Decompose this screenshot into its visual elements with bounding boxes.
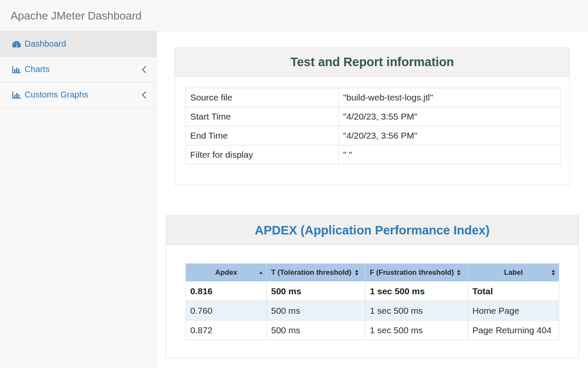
chevron-left-icon — [141, 91, 146, 99]
column-label: Label — [504, 268, 523, 276]
dashboard-gauge-icon — [12, 40, 21, 48]
info-label: Filter for display — [186, 145, 339, 165]
top-navbar: Apache JMeter Dashboard — [0, 0, 588, 31]
apdex-cell: 500 ms — [267, 282, 366, 301]
apdex-cell: 500 ms — [267, 301, 366, 321]
info-label: Source file — [186, 88, 339, 107]
apdex-panel-title: APDEX (Application Performance Index) — [166, 216, 578, 245]
apdex-row: 0.816500 ms1 sec 500 msTotal — [186, 282, 559, 301]
info-value: "build-web-test-logs.jtl" — [339, 88, 560, 107]
column-label: T (Toleration threshold) — [271, 268, 352, 276]
sidebar-item-label: Dashboard — [25, 39, 66, 49]
sidebar-item-label: Customs Graphs — [25, 90, 88, 100]
test-info-row: Filter for display" " — [186, 145, 560, 165]
apdex-col-header-f[interactable]: F (Frustration threshold) — [366, 264, 468, 282]
app-title: Apache JMeter Dashboard — [11, 9, 141, 22]
apdex-cell: 1 sec 500 ms — [366, 321, 468, 340]
bar-chart-icon — [12, 65, 21, 74]
sort-asc-icon — [259, 271, 263, 274]
info-value: "4/20/23, 3:55 PM" — [339, 107, 560, 126]
apdex-table: ApdexT (Toleration threshold)F (Frustrat… — [186, 263, 559, 340]
sort-icon — [355, 270, 358, 276]
sidebar-item-dashboard[interactable]: Dashboard — [0, 31, 156, 57]
test-info-panel: Test and Report information Source file"… — [175, 47, 570, 185]
apdex-row: 0.760500 ms1 sec 500 msHome Page — [186, 301, 559, 321]
info-label: End Time — [186, 126, 339, 145]
apdex-cell: 0.816 — [186, 282, 267, 301]
apdex-cell: 0.872 — [186, 321, 267, 340]
apdex-cell: Home Page — [468, 301, 559, 321]
apdex-cell: 1 sec 500 ms — [366, 282, 468, 301]
apdex-cell: 1 sec 500 ms — [366, 301, 468, 321]
column-label: F (Frustration threshold) — [370, 268, 454, 276]
apdex-cell: Page Returning 404 — [468, 321, 559, 340]
sidebar-item-label: Charts — [25, 64, 50, 74]
test-info-row: Source file"build-web-test-logs.jtl" — [186, 88, 560, 107]
apdex-cell: 0.760 — [186, 301, 267, 321]
apdex-col-header-apdex[interactable]: Apdex — [186, 264, 267, 282]
sidebar: DashboardChartsCustoms Graphs — [0, 31, 157, 368]
chevron-left-icon — [141, 66, 146, 73]
test-info-table: Source file"build-web-test-logs.jtl"Star… — [186, 88, 560, 165]
sidebar-item-customs-graphs[interactable]: Customs Graphs — [0, 82, 156, 108]
info-value: " " — [339, 145, 560, 165]
info-label: Start Time — [186, 107, 339, 126]
test-info-row: Start Time"4/20/23, 3:55 PM" — [186, 107, 560, 126]
bar-chart-icon — [12, 91, 21, 99]
sort-icon — [552, 270, 555, 276]
apdex-cell: Total — [468, 282, 559, 301]
test-info-row: End Time"4/20/23, 3:56 PM" — [186, 126, 560, 145]
apdex-col-header-label[interactable]: Label — [468, 264, 559, 282]
apdex-col-header-t[interactable]: T (Toleration threshold) — [267, 264, 366, 282]
column-label: Apdex — [215, 268, 237, 276]
apdex-panel: APDEX (Application Performance Index) Ap… — [166, 215, 579, 358]
sidebar-item-charts[interactable]: Charts — [0, 57, 156, 82]
apdex-row: 0.872500 ms1 sec 500 msPage Returning 40… — [186, 321, 559, 340]
info-value: "4/20/23, 3:56 PM" — [339, 126, 560, 145]
test-info-panel-title: Test and Report information — [175, 48, 569, 77]
apdex-cell: 500 ms — [267, 321, 366, 340]
sort-icon — [457, 270, 460, 276]
